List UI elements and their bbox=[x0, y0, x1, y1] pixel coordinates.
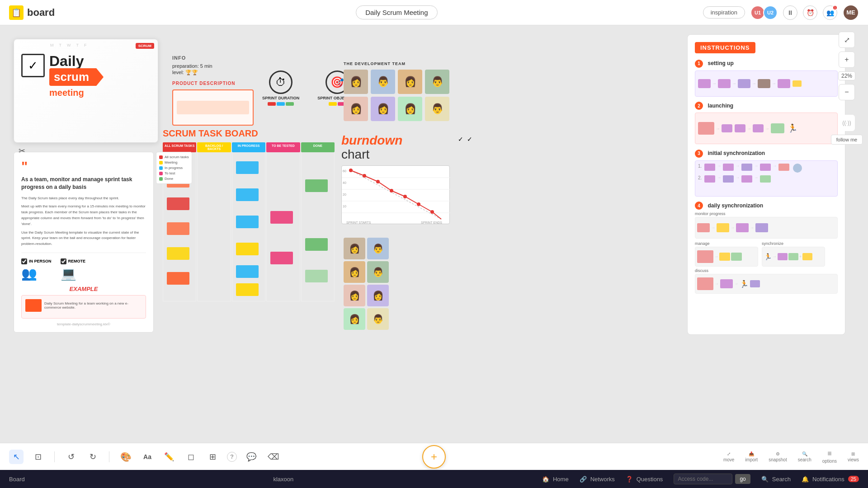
add-button[interactable]: + bbox=[422, 445, 446, 469]
instructions-title: INSTRUCTIONS bbox=[695, 42, 755, 53]
notifications-nav[interactable]: 🔔 Notifications 25 bbox=[802, 476, 859, 483]
inst-section-4: 4 daily synchronization monitor progress… bbox=[695, 201, 838, 294]
follow-me-button[interactable]: follow me bbox=[831, 135, 863, 145]
zoom-out-button[interactable]: − bbox=[839, 84, 855, 100]
networks-nav[interactable]: 🔗 Networks bbox=[580, 476, 615, 483]
board-title[interactable]: Daily Scrum Meeting bbox=[356, 5, 437, 19]
svg-text:20: 20 bbox=[343, 193, 346, 196]
logo-icon: 📋 bbox=[9, 5, 24, 20]
pause-button[interactable]: ⏸ bbox=[783, 5, 797, 20]
comment-tool[interactable]: 💬 bbox=[244, 450, 259, 464]
inst-num-4: 4 bbox=[695, 202, 703, 210]
prep-label: preparation: 5 min bbox=[172, 63, 330, 69]
help-tool[interactable]: ? bbox=[227, 452, 237, 462]
discuss-label: discuss bbox=[695, 268, 838, 273]
access-code-go[interactable]: go bbox=[735, 474, 750, 484]
text-tool[interactable]: Aa bbox=[140, 450, 155, 464]
toolbar-divider-1 bbox=[54, 451, 55, 462]
info-label: INFO bbox=[172, 55, 330, 61]
desc-body2: Meet up with the team every morning for … bbox=[21, 204, 146, 227]
dev-team: THE DEVELOPMENT TEAM 👩 👨 👩 👨 👩 👩 👩 👨 bbox=[344, 61, 449, 121]
sticky-2 bbox=[167, 197, 189, 210]
burndown-svg: 60 40 20 10 SPRINT STARTS SPRINT ENDS bbox=[342, 166, 450, 225]
in-person-icon: 👥 bbox=[21, 266, 52, 281]
in-person-label: IN PERSON bbox=[29, 259, 52, 263]
svg-text:40: 40 bbox=[343, 181, 346, 184]
main-canvas: SCRUM ✓ Daily scrum meeting M T W T F IN… bbox=[0, 25, 868, 443]
person-5: 👩 bbox=[344, 285, 365, 306]
notifications-badge: 25 bbox=[848, 476, 859, 482]
move-tool[interactable]: ⤢ move bbox=[723, 451, 734, 462]
top-bar: 📋 board Daily Scrum Meeting inspiration … bbox=[0, 0, 868, 25]
questions-nav[interactable]: ❓ Questions bbox=[626, 476, 663, 483]
sticky-15 bbox=[305, 238, 328, 251]
dev-avatar-4: 👨 bbox=[425, 70, 449, 94]
person-4: 👨 bbox=[367, 261, 389, 283]
dev-avatar-3: 👩 bbox=[398, 70, 422, 94]
title-meeting: meeting bbox=[49, 88, 104, 98]
search-tool[interactable]: 🔍 search bbox=[798, 451, 811, 462]
search-nav[interactable]: 🔍 Search bbox=[761, 476, 791, 483]
bottom-toolbar: ↖ ⊡ ↺ ↻ 🎨 Aa ✏️ ◻ ⊞ ? 💬 ⌫ + ⤢ move 📥 imp… bbox=[0, 443, 868, 470]
quote-mark: " bbox=[21, 160, 146, 173]
draw-tool[interactable]: ✏️ bbox=[162, 450, 176, 464]
remote-checkbox[interactable] bbox=[61, 258, 66, 264]
questions-icon: ❓ bbox=[626, 476, 633, 483]
timer-button[interactable]: ⏰ bbox=[803, 5, 817, 20]
svg-point-11 bbox=[430, 210, 434, 214]
dev-avatar-6: 👩 bbox=[371, 97, 395, 121]
svg-point-6 bbox=[363, 174, 366, 178]
sticky-7 bbox=[236, 188, 259, 201]
scrum-legend: All scrum tasks Meeting In progress To t… bbox=[156, 152, 192, 184]
svg-text:10: 10 bbox=[343, 205, 346, 208]
snapshot-tool[interactable]: ⚙ snapshot bbox=[769, 451, 787, 462]
networks-icon: 🔗 bbox=[580, 476, 587, 483]
multi-select-tool[interactable]: ⊡ bbox=[31, 450, 45, 464]
options-tool[interactable]: ≡ options bbox=[822, 450, 837, 464]
select-tool[interactable]: ↖ bbox=[9, 450, 24, 464]
eraser-tool[interactable]: ⌫ bbox=[266, 450, 280, 464]
toolbar-divider-2 bbox=[109, 451, 109, 462]
zoom-in-button[interactable]: + bbox=[839, 52, 855, 68]
inst-num-1: 1 bbox=[695, 60, 703, 68]
dev-avatar-5: 👩 bbox=[344, 97, 368, 121]
toolbar-left: ↖ ⊡ ↺ ↻ 🎨 Aa ✏️ ◻ ⊞ ? 💬 ⌫ bbox=[9, 450, 280, 464]
home-nav[interactable]: 🏠 Home bbox=[542, 476, 569, 483]
avatar-group: U1 U2 bbox=[750, 5, 778, 20]
sticky-tool[interactable]: ◻ bbox=[184, 450, 198, 464]
dev-avatar-2: 👨 bbox=[371, 70, 395, 94]
inspiration-button[interactable]: inspiration bbox=[703, 6, 745, 19]
sticky-4 bbox=[167, 247, 189, 260]
import-tool[interactable]: 📥 import bbox=[745, 451, 758, 462]
sticky-11 bbox=[236, 283, 259, 296]
views-tool[interactable]: ⊞ views bbox=[848, 451, 859, 462]
inst-title-1: setting up bbox=[708, 60, 733, 66]
inst-title-4: daily synchronization bbox=[708, 202, 763, 209]
product-box bbox=[172, 89, 254, 126]
instructions-panel: INSTRUCTIONS 1 setting up → → → → 2 laun… bbox=[687, 34, 845, 335]
fullscreen-button[interactable]: ⤢ bbox=[839, 32, 855, 48]
remote-icon: 💻 bbox=[61, 266, 86, 281]
sticky-13 bbox=[270, 252, 293, 264]
synchronize-label: synchronize bbox=[762, 241, 825, 246]
users-button[interactable]: 👥1 bbox=[823, 5, 837, 20]
title-card: SCRUM ✓ Daily scrum meeting M T W T F bbox=[14, 39, 158, 143]
user-avatar[interactable]: ME bbox=[843, 5, 859, 21]
logo-area: 📋 board bbox=[0, 5, 90, 20]
description-card: ✂ " As a team, monitor and manage sprint… bbox=[14, 152, 154, 333]
grid-tool[interactable]: ⊞ bbox=[205, 450, 220, 464]
in-person-checkbox[interactable] bbox=[21, 258, 27, 264]
access-code-input[interactable] bbox=[674, 474, 732, 484]
home-icon: 🏠 bbox=[542, 476, 549, 483]
sticky-5 bbox=[167, 272, 189, 285]
svg-point-5 bbox=[349, 169, 353, 172]
svg-point-10 bbox=[417, 202, 420, 206]
inst-section-2: 2 launching → → → 🏃 bbox=[695, 101, 838, 145]
color-tool[interactable]: 🎨 bbox=[118, 450, 133, 464]
sticky-12 bbox=[270, 211, 293, 224]
redo-tool[interactable]: ↻ bbox=[85, 450, 100, 464]
inst-section-1: 1 setting up → → → → bbox=[695, 59, 838, 97]
title-scrum: scrum bbox=[49, 68, 104, 86]
inst-section-3: 3 initial synchronization 1. → → → → bbox=[695, 149, 838, 197]
undo-tool[interactable]: ↺ bbox=[64, 450, 78, 464]
